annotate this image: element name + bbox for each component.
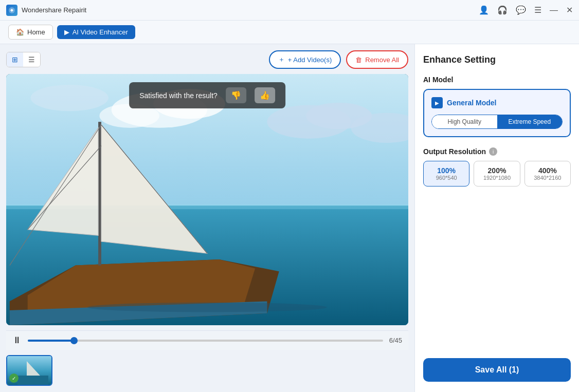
extreme-speed-button[interactable]: Extreme Speed	[497, 115, 563, 128]
grid-view-button[interactable]: ⊞	[7, 52, 23, 67]
enhancer-label: AI Video Enhancer	[73, 28, 128, 36]
svg-point-20	[87, 303, 327, 312]
res-100-percent: 100%	[427, 166, 466, 175]
svg-rect-23	[17, 376, 48, 386]
home-label: Home	[27, 28, 45, 36]
svg-point-8	[31, 85, 108, 111]
res-100-dims: 960*540	[427, 175, 466, 181]
satisfaction-overlay: Satisfied with the result? 👎 👍	[129, 82, 285, 108]
progress-fill	[28, 340, 74, 342]
video-background	[6, 74, 408, 325]
app-icon	[6, 5, 17, 16]
view-toggles: ⊞ ☰	[6, 52, 41, 67]
ai-model-section: AI Model ▶ General Model High Quality Ex…	[423, 76, 571, 137]
panel-title: Enhance Setting	[423, 54, 571, 65]
info-icon: i	[489, 147, 497, 156]
progress-bar[interactable]	[28, 340, 383, 342]
quality-toggles: High Quality Extreme Speed	[431, 115, 563, 129]
enhancer-icon: ▶	[64, 28, 69, 36]
toolbar-right: ＋ + Add Video(s) 🗑 Remove All	[269, 50, 408, 69]
thumbnail-check: ✓	[9, 374, 19, 383]
headphones-icon[interactable]: 🎧	[497, 5, 508, 15]
main-layout: ⊞ ☰ ＋ + Add Video(s) 🗑 Remove All	[0, 44, 579, 392]
save-all-button[interactable]: Save All (1)	[423, 358, 571, 382]
thumbs-down-button[interactable]: 👎	[226, 87, 246, 103]
res-200-dims: 1920*1080	[477, 175, 516, 181]
res-400-percent: 400%	[528, 166, 567, 175]
ai-enhancer-nav-item[interactable]: ▶ AI Video Enhancer	[57, 25, 135, 39]
ai-model-name: General Model	[447, 99, 496, 107]
resolution-400-button[interactable]: 400% 3840*2160	[524, 161, 571, 186]
resolution-200-button[interactable]: 200% 1920*1080	[474, 161, 520, 186]
svg-rect-13	[98, 122, 101, 265]
resolution-section: Output Resolution i 100% 960*540 200% 19…	[423, 147, 571, 186]
satisfaction-text: Satisfied with the result?	[139, 91, 218, 100]
right-panel: Enhance Setting AI Model ▶ General Model…	[414, 44, 579, 392]
nav-bar: 🏠 Home ▶ AI Video Enhancer	[0, 21, 579, 44]
close-button[interactable]: ✕	[566, 5, 573, 15]
thumbs-up-button[interactable]: 👍	[255, 87, 275, 103]
menu-icon[interactable]: ☰	[534, 5, 541, 15]
list-view-button[interactable]: ☰	[23, 52, 40, 67]
remove-all-button[interactable]: 🗑 Remove All	[346, 50, 408, 69]
resolution-label-row: Output Resolution i	[423, 147, 571, 156]
output-resolution-label: Output Resolution	[423, 147, 486, 156]
resolution-100-button[interactable]: 100% 960*540	[423, 161, 469, 186]
add-videos-button[interactable]: ＋ + Add Video(s)	[269, 50, 341, 69]
ai-model-header: ▶ General Model	[431, 97, 563, 108]
video-area: Satisfied with the result? 👎 👍	[6, 74, 408, 325]
title-bar-controls: 👤 🎧 💬 ☰ — ✕	[479, 5, 573, 15]
thumbnails-row: ✓	[6, 355, 408, 386]
title-bar-left: Wondershare Repairit	[6, 5, 86, 16]
res-400-dims: 3840*2160	[528, 175, 567, 181]
account-icon[interactable]: 👤	[479, 5, 489, 15]
resolution-options: 100% 960*540 200% 1920*1080 400% 3840*21…	[423, 161, 571, 186]
add-icon: ＋	[278, 55, 285, 64]
app-title: Wondershare Repairit	[22, 6, 86, 14]
time-display: 6/45	[389, 337, 402, 344]
left-panel: ⊞ ☰ ＋ + Add Video(s) 🗑 Remove All	[0, 44, 414, 392]
home-icon: 🏠	[16, 28, 24, 36]
video-controls: ⏸ 6/45	[6, 330, 408, 350]
remove-all-label: Remove All	[365, 56, 399, 64]
trash-icon: 🗑	[355, 56, 362, 64]
high-quality-button[interactable]: High Quality	[432, 115, 497, 128]
video-thumbnail[interactable]: ✓	[6, 355, 52, 386]
minimize-button[interactable]: —	[550, 6, 558, 15]
home-nav-item[interactable]: 🏠 Home	[8, 25, 53, 40]
res-200-percent: 200%	[477, 166, 516, 175]
toolbar: ⊞ ☰ ＋ + Add Video(s) 🗑 Remove All	[6, 50, 408, 69]
title-bar: Wondershare Repairit 👤 🎧 💬 ☰ — ✕	[0, 0, 579, 21]
pause-button[interactable]: ⏸	[12, 335, 22, 346]
ai-model-icon: ▶	[431, 97, 443, 108]
ai-model-card[interactable]: ▶ General Model High Quality Extreme Spe…	[423, 89, 571, 137]
ai-model-label: AI Model	[423, 76, 571, 84]
add-videos-label: + Add Video(s)	[288, 56, 332, 64]
chat-icon[interactable]: 💬	[516, 5, 526, 15]
progress-thumb	[70, 337, 78, 344]
